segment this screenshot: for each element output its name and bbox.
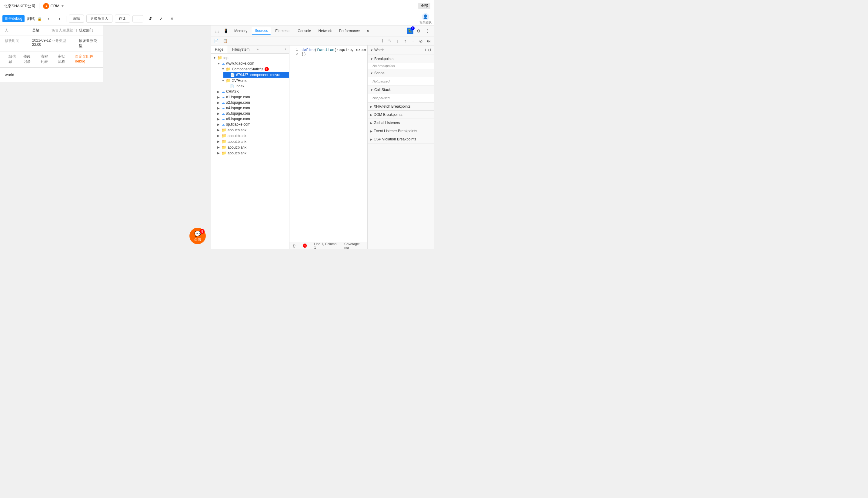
- toggle-a2: [217, 101, 221, 104]
- tree-node-a2[interactable]: ☁ a2.fspage.com: [215, 100, 289, 105]
- close-button[interactable]: ✕: [167, 15, 176, 23]
- biz-type-label: 业务类型: [52, 38, 79, 49]
- subtab-page[interactable]: Page: [211, 45, 228, 53]
- tab-detail[interactable]: 细信息: [5, 52, 20, 67]
- devtools-tab-performance[interactable]: Performance: [336, 28, 363, 34]
- devtools-more-btn[interactable]: ⋮: [424, 27, 432, 35]
- tree-node-blank4[interactable]: 📁 about:blank: [215, 144, 289, 150]
- field-row-2: 修改时间 2021-09-12 22:00 业务类型 预设业务类型: [0, 36, 103, 51]
- refresh-button[interactable]: ↺: [146, 15, 154, 23]
- app-header: 北京SNAKER公司 ● CRM ▼ 全部: [0, 0, 434, 12]
- tree-node-xvhome[interactable]: 📁 XV/Home: [219, 78, 289, 83]
- csp-toggle: ▶: [370, 138, 372, 141]
- tree-options-btn[interactable]: ⋮: [281, 45, 289, 53]
- tab-modify-record[interactable]: 修改记录: [20, 52, 37, 67]
- devtools-tab-elements[interactable]: Elements: [272, 28, 293, 34]
- step-into-btn[interactable]: ↓: [394, 38, 401, 44]
- assign-button[interactable]: 更换负责人: [86, 15, 112, 23]
- callstack-header[interactable]: ▼ Call Stack: [368, 86, 434, 94]
- step-out-btn[interactable]: ↑: [402, 38, 409, 44]
- tree-node-index[interactable]: 📄 Index: [223, 83, 289, 89]
- inspect-icon-btn[interactable]: ⬚: [213, 27, 221, 35]
- dropdown-icon[interactable]: ▼: [60, 4, 65, 8]
- cloud-icon-sp: ☁: [221, 122, 225, 127]
- step-over-btn[interactable]: ↷: [386, 38, 393, 44]
- xhr-label: XHR/fetch Breakpoints: [374, 104, 410, 108]
- subtab-more[interactable]: »: [254, 45, 261, 53]
- responsive-icon-btn[interactable]: 📱: [222, 27, 230, 35]
- editor-content[interactable]: 1 define(function(require, expor 2 }): [289, 45, 367, 242]
- node-label-a2: a2.fspage.com: [226, 101, 250, 105]
- tree-node-www[interactable]: ☁ www.fxiaoke.com: [215, 61, 289, 66]
- tree-node-blank1[interactable]: 📁 about:blank: [215, 127, 289, 133]
- tree-node-blank2[interactable]: 📁 about:blank: [215, 133, 289, 139]
- watch-add-icon[interactable]: +: [424, 47, 427, 53]
- devtools-tab-memory[interactable]: Memory: [231, 28, 250, 34]
- breakpoints-section: ▼ Breakpoints No breakpoints: [368, 55, 434, 69]
- badge-button[interactable]: 🐛 1: [407, 28, 413, 34]
- watch-header[interactable]: ▼ Watch + ↺: [368, 45, 434, 55]
- dont-pause-btn[interactable]: ⏭: [425, 38, 432, 44]
- more-button[interactable]: ...: [133, 15, 143, 23]
- tree-node-a5[interactable]: ☁ a5.fspage.com: [215, 111, 289, 116]
- tree-node-crm2k[interactable]: ☁ CRM2K: [215, 89, 289, 94]
- pause-btn[interactable]: ⏸: [378, 38, 385, 44]
- devtools-tab-sources[interactable]: Sources: [252, 27, 271, 35]
- annotation-badge-2: 2: [265, 67, 269, 71]
- tree-node-a1[interactable]: ☁ a1.fspage.com: [215, 94, 289, 100]
- breakpoints-content: No breakpoints: [368, 63, 434, 69]
- csp-header[interactable]: ▶ CSP Violation Breakpoints: [368, 135, 434, 143]
- global-header[interactable]: ▶ Global Listeners: [368, 119, 434, 127]
- global-label: Global Listeners: [374, 121, 400, 125]
- tab-custom-debug[interactable]: 自定义组件debug: [71, 52, 98, 67]
- edit-button[interactable]: 编辑: [69, 15, 84, 23]
- related-team-btn[interactable]: 👤 相关团队: [419, 13, 432, 25]
- line-code-2: }): [301, 52, 306, 56]
- node-label-sp: sp.fxiaoke.com: [226, 122, 250, 127]
- tree-node-sp[interactable]: ☁ sp.fxiaoke.com: [215, 122, 289, 127]
- tree-node-a9[interactable]: ☁ a9.fspage.com: [215, 116, 289, 122]
- toggle-blank3: [217, 140, 221, 143]
- scope-header[interactable]: ▼ Scope: [368, 69, 434, 77]
- event-section: ▶ Event Listener Breakpoints: [368, 127, 434, 135]
- event-toggle: ▶: [370, 130, 372, 133]
- tree-node-componentstatic[interactable]: 📁 ComponentStatic/js 2: [219, 66, 289, 72]
- tree-node-a4[interactable]: ☁ a4.fspage.com: [215, 105, 289, 111]
- expand-button[interactable]: ⤢: [157, 15, 165, 23]
- devtools-tab-console[interactable]: Console: [295, 28, 314, 34]
- breakpoints-header[interactable]: ▼ Breakpoints: [368, 55, 434, 63]
- status-button[interactable]: 作废: [115, 15, 130, 23]
- toggle-blank2: [217, 134, 221, 137]
- forward-button[interactable]: ›: [55, 15, 64, 23]
- back-button[interactable]: ‹: [44, 15, 53, 23]
- devtools-tab-network[interactable]: Network: [315, 28, 335, 34]
- settings-btn[interactable]: ⚙: [415, 27, 422, 35]
- tree-node-blank3[interactable]: 📁 about:blank: [215, 139, 289, 144]
- deactivate-btn[interactable]: ⊘: [418, 38, 424, 44]
- line-num-1: 1: [289, 48, 301, 52]
- format-icon[interactable]: {}: [293, 243, 296, 248]
- watch-refresh-icon[interactable]: ↺: [428, 48, 432, 52]
- tree-node-blank5[interactable]: 📁 about:blank: [215, 150, 289, 156]
- event-header[interactable]: ▶ Event Listener Breakpoints: [368, 127, 434, 135]
- tab-approval[interactable]: 审批流程: [54, 52, 71, 67]
- folder-icon-blank3: 📁: [221, 139, 226, 144]
- subtab-filesystem[interactable]: Filesystem: [228, 45, 254, 53]
- devtools-tab-more[interactable]: »: [364, 28, 372, 34]
- all-button[interactable]: 全部: [418, 3, 430, 9]
- badge-count: 1: [411, 26, 415, 30]
- cloud-icon-www: ☁: [221, 62, 225, 66]
- enterprise-button[interactable]: 8 💬 企信: [189, 228, 206, 244]
- toggle-www: [217, 62, 221, 65]
- new-snippet-btn[interactable]: 📋: [221, 37, 229, 45]
- debug-tab[interactable]: 组件debug: [2, 15, 25, 22]
- tab-process-list[interactable]: 流程列表: [37, 52, 54, 67]
- step-btn[interactable]: →: [410, 38, 417, 44]
- new-file-btn[interactable]: 📄: [213, 37, 220, 45]
- tree-node-top[interactable]: 📁 top: [211, 55, 289, 61]
- owner-label: 人: [5, 28, 32, 33]
- xhr-header[interactable]: ▶ XHR/fetch Breakpoints: [368, 103, 434, 110]
- toggle-a5: [217, 112, 221, 115]
- tree-node-679437[interactable]: 📄 679437_component_mnyra...: [223, 72, 289, 78]
- dom-header[interactable]: ▶ DOM Breakpoints: [368, 111, 434, 119]
